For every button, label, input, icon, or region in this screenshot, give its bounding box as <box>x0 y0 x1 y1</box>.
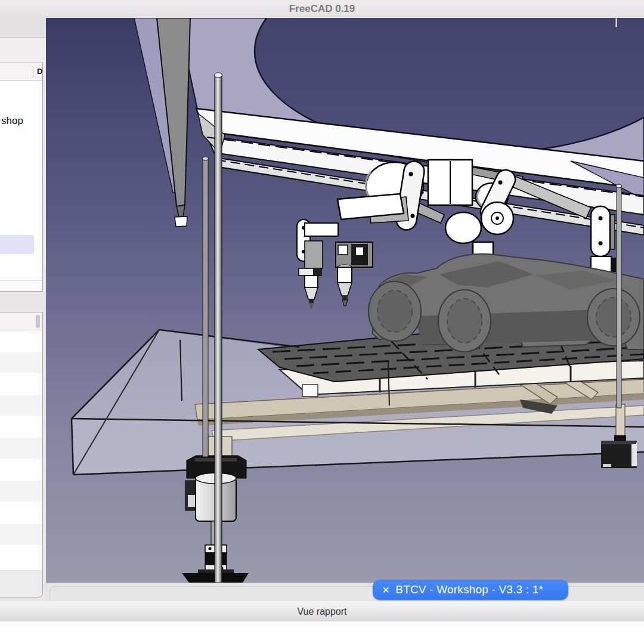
car-wheel-mid[interactable] <box>438 290 491 352</box>
property-row[interactable] <box>0 330 42 352</box>
sidebar-toolbar-strip <box>0 18 46 38</box>
window-title: FreeCAD 0.19 <box>289 3 355 15</box>
property-header[interactable] <box>0 312 42 330</box>
window-titlebar: FreeCAD 0.19 <box>0 0 644 18</box>
tree-header[interactable]: D <box>0 63 42 81</box>
car-wheel-front[interactable] <box>587 289 640 346</box>
property-row[interactable] <box>0 545 42 566</box>
tree-header-column-divider[interactable] <box>33 66 33 78</box>
tree-body[interactable]: shop <box>0 81 42 271</box>
3d-scene[interactable] <box>46 18 644 583</box>
property-row[interactable] <box>0 438 42 459</box>
tree-selected-row[interactable] <box>0 235 34 254</box>
property-row[interactable] <box>0 481 42 502</box>
report-view-title: Vue rapport <box>297 606 346 617</box>
document-tab-active[interactable]: × BTCV - Workshop - V3.3 : 1* <box>373 580 568 600</box>
report-view-header[interactable]: Vue rapport <box>0 601 644 622</box>
tree-item-workshop[interactable]: shop <box>1 115 23 127</box>
3d-viewport[interactable] <box>46 18 644 583</box>
property-row[interactable] <box>0 352 42 373</box>
close-icon[interactable]: × <box>382 584 389 596</box>
property-row[interactable] <box>0 502 42 524</box>
model-tree-panel: D shop <box>0 63 43 292</box>
property-footer <box>0 570 42 597</box>
document-tab-label: BTCV - Workshop - V3.3 : 1* <box>395 583 543 596</box>
car-wheel-rear[interactable] <box>369 281 421 341</box>
combo-view-sidebar: D shop <box>0 18 46 601</box>
property-scrollbar-thumb[interactable] <box>36 315 40 328</box>
tree-footer <box>0 280 42 291</box>
property-row[interactable] <box>0 416 42 438</box>
property-row[interactable] <box>0 459 42 481</box>
property-row[interactable] <box>0 373 42 395</box>
property-row[interactable] <box>0 395 42 416</box>
report-view-content <box>0 621 644 644</box>
property-editor-panel <box>0 312 43 597</box>
tree-header-description-column: D <box>37 67 42 76</box>
sidebar-tab-strip <box>0 38 46 63</box>
property-rows[interactable] <box>0 330 42 566</box>
property-row[interactable] <box>0 524 42 545</box>
